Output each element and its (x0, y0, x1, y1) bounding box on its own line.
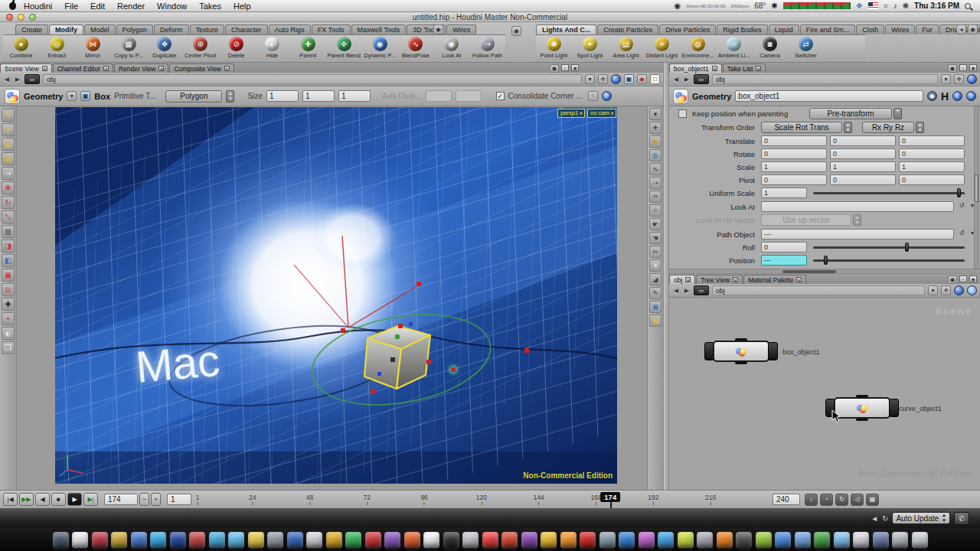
node-flag-right[interactable] (889, 399, 899, 417)
rotate-order-stepper[interactable]: ▲▼ (916, 122, 924, 133)
bluetooth-icon[interactable]: ❖ (856, 2, 863, 10)
shelf-tool[interactable]: ✜ Parent Blend (326, 35, 362, 59)
viewport-tool-icon[interactable]: ⤡ (2, 210, 15, 223)
close-icon[interactable]: × (103, 66, 109, 71)
dock-app-icon[interactable] (580, 532, 596, 548)
dock-app-icon[interactable] (287, 532, 303, 548)
viewport-tool-icon[interactable]: ▦ (2, 225, 15, 238)
dock-app-icon[interactable] (560, 532, 577, 548)
display-icon[interactable]: ◉ (674, 2, 681, 10)
playback-button[interactable]: ▶▶ (19, 493, 34, 506)
viewport-display-icon[interactable]: ☛ (649, 218, 662, 230)
shelf-tool[interactable]: ◙ Camera (752, 35, 788, 59)
forward-icon[interactable]: ► (683, 286, 691, 295)
dock-app-icon[interactable] (658, 532, 674, 548)
dock-app-icon[interactable] (72, 532, 88, 548)
playback-button[interactable]: ▶ (67, 493, 82, 506)
path-dropdown-button[interactable]: ▾ (941, 74, 951, 84)
shelf-tool[interactable]: ☀ Distant Light (644, 35, 680, 59)
shelf-tab[interactable]: Auto Rigs (269, 24, 311, 34)
search-icon[interactable]: ⌕ (967, 285, 977, 295)
timeline-ruler[interactable]: 174 124487296120144168192216 (198, 492, 768, 507)
dock-app-icon[interactable] (853, 532, 869, 548)
pin-icon[interactable]: ✛ (598, 74, 608, 84)
network-editor-canvas[interactable]: Scene box_object1 curve_object1 Non-Comm… (669, 298, 980, 508)
shelf-tab[interactable]: Modify (49, 24, 83, 34)
shelf-tab[interactable]: Maxwell Tools (351, 24, 407, 34)
frame-decrement-button[interactable]: − (139, 493, 149, 506)
obj-network-icon[interactable]: ▭ (694, 74, 709, 84)
node-body[interactable] (713, 341, 769, 362)
menubar-menu[interactable]: Render (117, 2, 145, 11)
shelf-tab[interactable]: Fur (916, 24, 939, 34)
dock-app-icon[interactable] (541, 532, 557, 548)
shelf-tab[interactable]: Drive Particles (659, 24, 716, 34)
dock-app-icon[interactable] (521, 532, 537, 548)
shelf-tab[interactable]: Cloth (856, 24, 884, 34)
pane-tab[interactable]: Render View× (114, 64, 169, 73)
viewport-display-icon[interactable]: ▦ (649, 315, 662, 327)
pane-menu-icon[interactable]: ◉ (969, 64, 977, 71)
playback-button[interactable]: ◀ (35, 493, 50, 506)
apple-logo-icon[interactable] (9, 2, 16, 10)
primitive-mode-dropdown[interactable]: Polygon (165, 90, 222, 103)
timemachine-icon[interactable]: ○ (884, 2, 888, 10)
close-icon[interactable]: × (42, 66, 47, 71)
dock-app-icon[interactable] (775, 532, 791, 548)
viewport-tool-icon[interactable]: ◉ (2, 152, 15, 165)
shelf-tool[interactable]: ◉ Dynamic P... (362, 35, 398, 59)
volume-icon[interactable]: ♪ (893, 2, 897, 10)
shelf-tool[interactable]: ⇄ Switcher (788, 35, 824, 59)
shelf-tab[interactable]: Wires (446, 24, 476, 34)
viewport-tool-icon[interactable]: ▣ (2, 269, 15, 282)
dock-app-icon[interactable] (53, 532, 69, 548)
shelf-tool[interactable]: ⊕ Center Pivot (182, 35, 218, 59)
playbar-options-icon[interactable]: ▦ (866, 494, 879, 506)
pin-icon[interactable]: ✛ (941, 285, 951, 295)
shelf-tab[interactable]: Create Particles (597, 24, 658, 34)
dock-app-icon[interactable] (717, 532, 733, 548)
shelf-tab[interactable]: Wires (885, 24, 915, 34)
dock-app-icon[interactable] (599, 532, 616, 548)
performance-monitor-icon[interactable]: ✆ (954, 512, 969, 525)
maximize-pane-icon[interactable]: ▫ (959, 64, 967, 71)
dock-app-icon[interactable] (814, 532, 830, 548)
dock-app-icon[interactable] (131, 532, 147, 548)
cpu-graph-icon[interactable] (783, 2, 851, 9)
close-icon[interactable]: × (685, 277, 691, 282)
context-dropdown-icon[interactable]: ▾ (67, 91, 77, 101)
new-tab-button[interactable]: ◉ (550, 64, 559, 73)
maximize-pane-icon[interactable]: ▫ (959, 276, 967, 282)
pane-tab[interactable]: Scene View× (0, 64, 52, 73)
dock-app-icon[interactable] (756, 532, 772, 548)
obj-network-icon[interactable]: ▭ (694, 285, 709, 295)
gear-menu-icon[interactable]: ◉ (927, 91, 937, 101)
shelf-tab[interactable]: Polygon (116, 24, 154, 34)
dock-app-icon[interactable] (892, 532, 908, 548)
roll-slider[interactable] (813, 242, 965, 253)
houdini-h-icon[interactable]: H (941, 90, 949, 103)
maximize-pane-icon[interactable]: ▫ (561, 64, 569, 71)
shelf-tool[interactable]: ◎ Extract (39, 35, 75, 59)
shelf-tab[interactable]: Fire and Sm... (800, 24, 856, 34)
viewport-tool-icon[interactable]: ◧ (2, 254, 15, 267)
back-icon[interactable]: ◄ (672, 286, 680, 295)
radial-menu-icon[interactable] (967, 74, 977, 84)
dock-app-icon[interactable] (834, 532, 850, 548)
close-icon[interactable]: × (712, 66, 717, 71)
fan-icon[interactable]: ❋ (903, 2, 909, 10)
dock-app-icon[interactable] (228, 532, 244, 548)
menubar-clock[interactable]: Thu 3:16 PM (914, 2, 959, 10)
points-icon[interactable]: ⁖ (588, 91, 598, 101)
forward-icon[interactable]: ► (683, 75, 691, 83)
menubar-menu[interactable]: Edit (90, 2, 105, 11)
dock-app-icon[interactable] (795, 532, 811, 548)
pivot-z-field[interactable]: 0 (899, 174, 965, 185)
look-at-field[interactable] (761, 201, 954, 212)
viewport-display-icon[interactable]: ▣ (649, 301, 662, 313)
menubar-menu[interactable]: File (64, 2, 78, 11)
volume-icon[interactable]: ◁ (851, 494, 864, 506)
network-path-field[interactable]: obj (712, 285, 925, 295)
scale-x-field[interactable]: 1 (761, 161, 827, 172)
dock-app-icon[interactable] (306, 532, 322, 548)
